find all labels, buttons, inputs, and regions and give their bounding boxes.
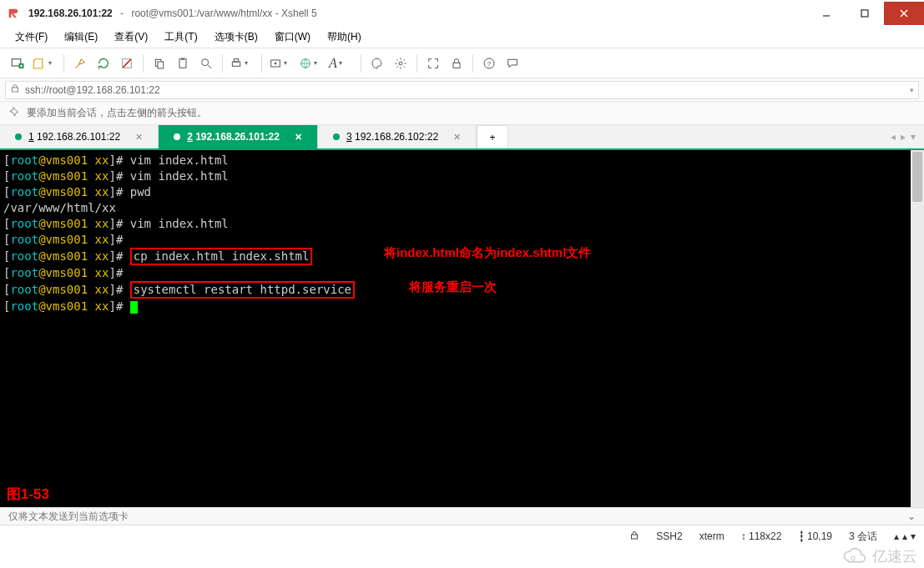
separator — [472, 54, 473, 73]
find-icon[interactable] — [195, 53, 217, 74]
open-dropdown-icon[interactable]: ▾ — [30, 53, 58, 74]
status-down-icon[interactable]: ▾ — [911, 530, 916, 542]
menu-window[interactable]: 窗口(W) — [268, 28, 317, 46]
close-button[interactable] — [884, 2, 924, 25]
tab-number: 2 — [187, 131, 193, 143]
tab-bar: 1 192.168.26.101:22 ✕ 2 192.168.26.101:2… — [0, 125, 924, 150]
svg-rect-22 — [453, 63, 460, 68]
status-up2-icon[interactable]: ▴ — [902, 530, 907, 542]
tab-close-icon[interactable]: ✕ — [295, 132, 302, 143]
reconnect-icon[interactable] — [93, 53, 114, 74]
tools-dropdown-icon[interactable]: ▾ — [267, 53, 295, 74]
menu-view[interactable]: 查看(V) — [108, 28, 154, 46]
address-lock-icon — [10, 83, 20, 96]
status-size: 118x22 — [749, 530, 781, 542]
separator — [417, 54, 417, 73]
disconnect-icon[interactable] — [116, 53, 138, 74]
tab-nav: ◂ ▸ ▾ — [891, 125, 924, 148]
tab-3[interactable]: 3 192.168.26.102:22 ✕ — [318, 125, 477, 148]
menu-file[interactable]: 文件(F) — [8, 28, 54, 46]
tab-status-icon — [174, 133, 180, 140]
svg-point-14 — [202, 58, 209, 65]
gear-icon[interactable] — [390, 53, 412, 74]
svg-rect-26 — [632, 535, 638, 539]
status-sessions: 3 会话 — [849, 530, 877, 544]
window-controls — [807, 2, 924, 25]
tab-2[interactable]: 2 192.168.26.101:22 ✕ — [159, 125, 318, 148]
tab-close-icon[interactable]: ✕ — [453, 132, 461, 143]
chat-icon[interactable] — [502, 53, 523, 74]
tab-1[interactable]: 1 192.168.26.101:22 ✕ — [0, 125, 159, 148]
tab-next-icon[interactable]: ▸ — [901, 131, 906, 143]
separator — [361, 54, 361, 73]
print-dropdown-icon[interactable]: ▾ — [228, 53, 256, 74]
tab-label: 192.168.26.101:22 — [195, 131, 280, 143]
title-path-text: root@vms001:/var/www/html/xx - Xshell 5 — [131, 8, 316, 19]
separator — [143, 54, 144, 73]
address-input[interactable]: ssh://root@192.168.26.101:22 ▾ — [5, 81, 919, 99]
status-bar: SSH2 xterm ↕ 118x22 ┇ 10,19 3 会话 ▴ ▴ ▾ — [0, 525, 924, 547]
menu-help[interactable]: 帮助(H) — [321, 28, 368, 46]
svg-line-9 — [123, 59, 130, 67]
font-dropdown-icon[interactable]: A▾ — [327, 53, 356, 74]
svg-point-21 — [399, 62, 402, 65]
terminal[interactable]: [root@vms001 xx]# vim index.html [root@v… — [0, 150, 924, 507]
separator — [222, 54, 223, 73]
tab-close-icon[interactable]: ✕ — [135, 132, 143, 143]
address-text: ssh://root@192.168.26.101:22 — [25, 84, 160, 96]
scrollbar-thumb[interactable] — [912, 152, 922, 202]
svg-point-27 — [851, 556, 855, 560]
send-hint-text: 仅将文本发送到当前选项卡 — [8, 510, 129, 524]
svg-rect-17 — [234, 58, 238, 61]
menu-edit[interactable]: 编辑(E) — [58, 28, 104, 46]
status-termtype: xterm — [699, 530, 725, 542]
annotation-restart: 将服务重启一次 — [409, 279, 497, 294]
address-bar: ssh://root@192.168.26.101:22 ▾ — [0, 78, 924, 102]
app-icon — [7, 7, 20, 20]
globe-dropdown-icon[interactable]: ▾ — [297, 53, 326, 74]
status-proto: SSH2 — [656, 530, 682, 542]
cloud-icon — [839, 547, 867, 565]
tab-menu-icon[interactable]: ▾ — [911, 131, 916, 143]
menu-bar: 文件(F) 编辑(E) 查看(V) 工具(T) 选项卡(B) 窗口(W) 帮助(… — [0, 27, 924, 48]
palette-icon[interactable] — [366, 53, 388, 74]
watermark-text: 亿速云 — [872, 546, 917, 566]
svg-rect-13 — [181, 58, 184, 60]
send-hint-dropdown-icon[interactable]: ⌄ — [907, 510, 916, 522]
tab-prev-icon[interactable]: ◂ — [891, 131, 896, 143]
new-session-icon[interactable] — [7, 53, 28, 74]
menu-tools[interactable]: 工具(T) — [158, 28, 204, 46]
svg-line-15 — [208, 65, 211, 68]
title-path: - — [118, 8, 127, 19]
hint-pin-icon[interactable] — [8, 106, 20, 120]
tab-number: 1 — [28, 131, 34, 143]
svg-rect-11 — [158, 62, 164, 68]
help-icon[interactable]: ? — [478, 53, 500, 74]
menu-tabs[interactable]: 选项卡(B) — [208, 28, 265, 46]
svg-rect-1 — [861, 10, 868, 17]
fullscreen-icon[interactable] — [422, 53, 444, 74]
status-cursor-icon: ┇ — [798, 530, 804, 542]
svg-rect-16 — [232, 62, 240, 66]
svg-text:?: ? — [487, 59, 492, 67]
svg-rect-25 — [13, 88, 18, 92]
paste-icon[interactable] — [172, 53, 194, 74]
scrollbar[interactable] — [911, 150, 924, 507]
tab-add-button[interactable]: + — [477, 125, 508, 148]
send-hint-bar: 仅将文本发送到当前选项卡 ⌄ — [0, 507, 924, 525]
copy-icon[interactable] — [149, 53, 170, 74]
maximize-button[interactable] — [846, 2, 884, 25]
separator — [261, 54, 262, 73]
tab-label: 192.168.26.102:22 — [355, 131, 438, 143]
status-size-icon: ↕ — [741, 530, 749, 542]
annotation-rename: 将index.html命名为index.shtml文件 — [384, 244, 591, 260]
minimize-button[interactable] — [807, 2, 846, 25]
svg-rect-12 — [179, 58, 186, 68]
title-session: 192.168.26.101:22 — [28, 8, 113, 19]
address-dropdown-icon[interactable]: ▾ — [910, 86, 914, 94]
lock-icon[interactable] — [446, 53, 467, 74]
properties-icon[interactable] — [69, 53, 91, 74]
status-up-icon[interactable]: ▴ — [894, 530, 899, 542]
tab-label: 192.168.26.101:22 — [37, 131, 120, 143]
hint-text: 要添加当前会话，点击左侧的箭头按钮。 — [27, 106, 207, 120]
